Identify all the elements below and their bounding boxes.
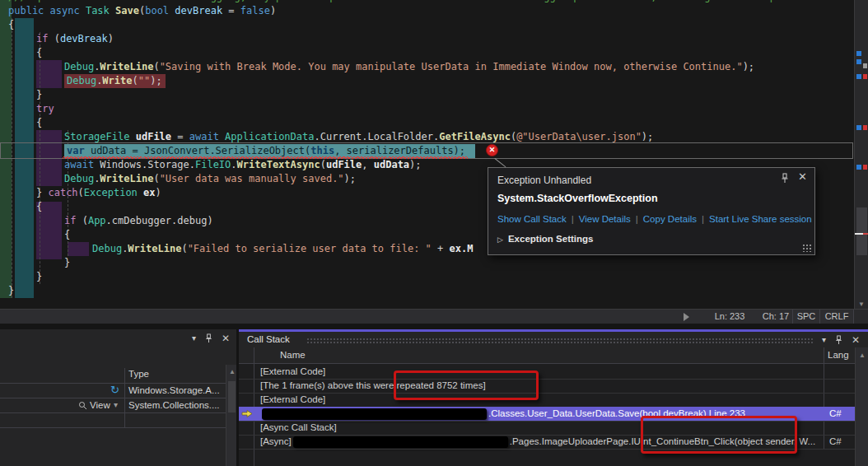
exception-type: System.StackOverflowException [497,193,658,204]
dropdown-icon[interactable]: ▾ [822,335,826,345]
type-cell: System.Collections.... [128,398,220,412]
redacted-bar [293,436,508,448]
refresh-icon[interactable]: ↻ [110,383,119,398]
code-token: + [432,243,450,254]
code-token: WriteLine [100,173,153,184]
code-token: "Failed to serialize user data to file: … [188,243,432,254]
scrollbar-mark [856,59,861,64]
lang-column-header[interactable]: Lang [828,350,849,360]
popup-link[interactable]: Start Live Share session [709,214,812,224]
code-token: ( [153,173,159,184]
dropdown-icon[interactable]: ▾ [114,398,118,412]
code-token: ) [156,187,161,198]
scrollbar-thumb[interactable] [228,381,236,412]
code-token: try [36,103,54,114]
code-token: if [64,215,82,226]
code-line[interactable]: if (devBreak) [0,32,868,46]
view-button[interactable]: View [90,398,110,412]
callstack-row[interactable]: [The 1 frame(s) above this were repeated… [239,379,855,393]
resize-grip-icon[interactable] [802,244,812,252]
name-column-header[interactable]: Name [280,350,306,360]
scroll-up-icon[interactable]: ▲ [229,368,236,375]
code-line[interactable]: } [0,284,868,298]
code-line[interactable]: } [0,88,868,102]
redacted-bar [262,408,487,420]
scrollbar-current-line-marker-red [863,233,868,235]
code-token: } [36,187,48,198]
code-line[interactable]: try [0,102,868,116]
annotation-box-continue-click [641,416,797,454]
code-line[interactable]: Debug.WriteLine("Saving with Break Mode.… [0,60,868,74]
code-token: = [222,5,240,16]
drag-texture [306,338,813,345]
code-line[interactable]: public async Task Save(bool devBreak = f… [0,4,868,18]
pin-icon[interactable] [204,333,213,343]
code-token: ( [78,187,84,198]
pin-icon[interactable] [780,173,790,184]
column-indicator: Ch: 17 [758,310,794,324]
close-icon[interactable]: ✕ [798,172,807,182]
scroll-down-icon[interactable]: ▼ [858,301,865,308]
code-token: public async [8,5,86,16]
callstack-row[interactable]: [External Code] [239,365,855,379]
code-token: udFile [326,159,362,170]
popup-link[interactable]: View Details [579,214,631,224]
code-token: .Current.LocalFolder. [314,131,439,142]
code-token: WriteLine [128,243,181,254]
callstack-column-header[interactable]: Name Lang [239,347,855,364]
code-token: ) [108,33,114,44]
watch-row[interactable] [0,412,226,427]
code-token: Debug [67,75,96,86]
popup-link[interactable]: Show Call Stack [497,214,567,224]
code-line[interactable]: } [0,256,868,270]
code-token: ( [132,75,138,86]
code-token: GetFileAsync [439,131,511,142]
scrollbar-mark [856,165,861,170]
panel-scrollbar[interactable]: ▲ [226,365,236,466]
code-editor[interactable]: /// <param name="devBreak">If debugging,… [0,0,868,309]
code-line[interactable]: { [0,116,868,130]
pin-icon[interactable] [834,335,843,345]
code-token: App [88,215,106,226]
popup-link[interactable]: Copy Details [643,214,697,224]
watch-row[interactable]: ↻Windows.Storage.A... [0,383,226,398]
code-line[interactable]: { [0,46,868,60]
scroll-up-icon[interactable]: ▲ [859,352,866,359]
code-token: /// <param name="devBreak">If debugging,… [8,0,805,2]
error-icon[interactable]: ✕ [486,144,498,156]
callstack-titlebar[interactable]: Call Stack ▾ ✕ [239,332,868,347]
code-token: "Saving with Break Mode. You may manipul… [160,61,743,72]
code-line[interactable]: } [0,270,868,284]
code-token: .cmDebugger.debug) [106,215,213,226]
close-icon[interactable]: ✕ [852,335,860,345]
close-icon[interactable]: ✕ [222,333,230,343]
callstack-row[interactable]: [External Code] [239,393,855,407]
dropdown-icon[interactable]: ▾ [192,333,196,343]
watch-row[interactable]: View▾System.Collections.... [0,398,226,412]
frame-text: [External Code] [260,365,325,379]
code-token: FileIO [195,159,231,170]
frame-label: [External Code] [260,365,325,379]
spaces-toggle[interactable]: SPC [792,310,820,324]
code-line[interactable]: StorageFile udFile = await ApplicationDa… [0,130,868,144]
line-indicator: Ln: 233 [707,310,753,324]
scroll-right-icon[interactable] [684,313,689,321]
lang-cell: C# [829,407,842,421]
code-token: udData = JsonConvert.SerializeObject( [91,145,310,156]
scrollbar-thumb[interactable] [856,207,867,255]
link-separator: | [631,214,643,224]
type-column-header[interactable]: Type [128,369,149,379]
code-token: WriteTextAsync [237,159,320,170]
code-line[interactable]: Debug.Write(""); [0,74,868,88]
code-token: ex [143,187,155,198]
editor-vertical-scrollbar[interactable]: ▼ [854,0,868,309]
eol-toggle[interactable]: CRLF [820,310,854,324]
code-token: ( [320,159,326,170]
code-line[interactable]: { [0,18,868,32]
panel-scrollbar[interactable]: ▲ [855,347,868,466]
code-token: } [64,257,70,268]
exception-settings-expander[interactable]: ▷Exception Settings [497,234,593,244]
code-token: ApplicationData [225,131,314,142]
scrollbar-mark [863,74,867,79]
code-token: WriteLine [100,61,153,72]
